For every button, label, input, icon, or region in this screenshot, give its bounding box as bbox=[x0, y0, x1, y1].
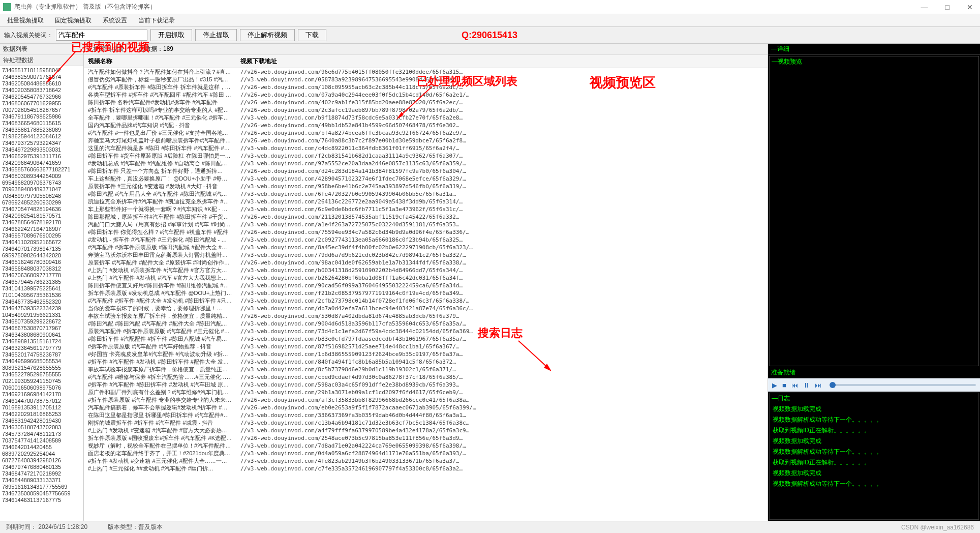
table-row[interactable]: #陈田汽配 #汽车用品大全 #汽车配件 #陈田汽配城 #汽车知识…//v3-we… bbox=[84, 190, 768, 198]
table-row[interactable]: #陈田汽配 #陈田汽配 #汽车配件 #配件大全 #陈田汽配城 - 抖音//v3-… bbox=[84, 320, 768, 328]
list-item[interactable]: 7346791186798625986 bbox=[2, 113, 81, 120]
table-row[interactable]: 原广件和副厂件到底有什么差别？#汽车维修#汽车门机盖汽车…//v3-web.do… bbox=[84, 389, 768, 396]
list-item[interactable]: 7346847472170218992 bbox=[2, 470, 81, 477]
list-item[interactable]: 7346497229893503031 bbox=[2, 146, 81, 153]
list-item[interactable]: 7346898913515161724 bbox=[2, 338, 81, 345]
table-row[interactable]: #汽车配件 #维修与保养 #拆车汽配热管……#三元催化……减震…//v3-web… bbox=[84, 373, 768, 381]
table-row[interactable]: #汽车配件 #拆车件原装原版 #陈田汽配城 #配件大全 #陈田拆…//v3-we… bbox=[84, 244, 768, 251]
list-item[interactable]: 7341041399575225641 bbox=[2, 285, 81, 292]
table-row[interactable]: #汽车配件 #原装拆车件 #陈田拆车件 拆车件就是这样，不管是…//v26-we… bbox=[84, 83, 768, 91]
table-row[interactable]: #拆车件原装原版 #汽车配件 #汽车好物推荐 - 抖音//v3-web.douy… bbox=[84, 343, 768, 350]
list-item[interactable]: 7346803089344254009 bbox=[2, 173, 81, 180]
list-item[interactable]: 7016891353911705112 bbox=[2, 404, 81, 411]
table-row[interactable]: 各类车型拆车件 #拆车件 #汽车配回库 #配件汽车 #陈田 …//v26-web… bbox=[84, 91, 768, 99]
table-row[interactable]: 事故车试验车报废车原厂拆车件，价格便宜，质量纯正，量差无…//v3-web.do… bbox=[84, 366, 768, 373]
table-row[interactable]: #拆车件 #汽车配件 #发动机 #陈田拆车件 #配件大全 发动机…//v3-we… bbox=[84, 358, 768, 366]
table-row[interactable]: 凯迪拉克全系拆车件#汽车配件 #凯迪拉克全系拆车件 #拆车件//v3-web.d… bbox=[84, 198, 768, 205]
prev-icon[interactable]: ⏮ bbox=[791, 381, 798, 389]
minimize-button[interactable]: — bbox=[917, 2, 932, 12]
table-row[interactable]: #拆车件 #汽车配件 #陈田拆车件 #发动机 #汽车田城 原厂…//v3-web… bbox=[84, 381, 768, 389]
col-download-url[interactable]: 视频下载地址 bbox=[236, 55, 768, 68]
table-row[interactable]: #陈田拆车件 #汽配配件 #拆车件 #陈田八配城 #汽车易损件 - 抖音//v3… bbox=[84, 335, 768, 343]
table-row[interactable]: 奔驰宝马沃尔沃本田丰田雷克萨斯原装大灯昏灯机盖叶子板挡…//v3-web.dou… bbox=[84, 251, 768, 259]
menu-fixed-extract[interactable]: 固定视频提取 bbox=[50, 15, 97, 26]
list-item[interactable]: 7346652975391311716 bbox=[2, 153, 81, 160]
list-item[interactable]: 7198625944122084612 bbox=[2, 133, 81, 140]
list-item[interactable]: 7346585760663677182271 bbox=[2, 166, 81, 173]
list-item[interactable]: 6959750982644342020 bbox=[2, 252, 81, 259]
table-row[interactable]: 这里的汽车配件就是多 #陈田 #陈田拆车件 #汽车配件 #汽配 …//v3-we… bbox=[84, 144, 768, 152]
table-row[interactable]: #发动机总成 #汽车配件 #汽配维修 #自动离合 #陈田配城 - 抖音//v3-… bbox=[84, 160, 768, 167]
list-item[interactable]: 7346220291816865253 bbox=[2, 411, 81, 418]
list-item[interactable]: 7346520174758236787 bbox=[2, 351, 81, 358]
table-row[interactable]: 事故车试验车报废车原厂拆车件，价格便宜，质量纯精正，量差无…//v26-web.… bbox=[84, 312, 768, 320]
list-item[interactable]: 7346305188743702083 bbox=[2, 424, 81, 431]
list-item[interactable]: 6954968209706376743 bbox=[2, 180, 81, 186]
id-list[interactable]: 7346551710115958042734638259007176167473… bbox=[0, 66, 83, 521]
maximize-button[interactable]: □ bbox=[941, 2, 954, 12]
list-item[interactable]: 7346205084486886610 bbox=[2, 80, 81, 87]
table-row[interactable]: 车上这些配件，真没必要换原厂！ @DOU+小助手 #每天一个…//v3-web.… bbox=[84, 175, 768, 183]
list-item[interactable]: 7346467735462552320 bbox=[2, 299, 81, 305]
table-row[interactable]: 全车配件，要哪里拆哪里！#汽车配件 #三元催化 #拆车件 #发动…//v3-we… bbox=[84, 114, 768, 122]
list-item[interactable]: 7346358817885238089 bbox=[2, 127, 81, 133]
list-item[interactable]: 7342098254181570571 bbox=[2, 213, 81, 219]
list-item[interactable]: 7346793725793224347 bbox=[2, 140, 81, 146]
list-item[interactable]: 6872764003942980126 bbox=[2, 457, 81, 464]
list-item[interactable]: 7346867530870717967 bbox=[2, 325, 81, 332]
list-item[interactable]: 7346788564678192178 bbox=[2, 219, 81, 226]
table-row[interactable]: 拆车件原装原版 #国收报废车#拆车件 #汽车配件 #K选配件 将来…//v26-… bbox=[84, 434, 768, 442]
table-row[interactable]: #拆车件原装原版 #汽车配件 专业的事交给专业的人未来更幸福…//v26-web… bbox=[84, 396, 768, 404]
play-icon[interactable]: ▶ bbox=[772, 381, 777, 389]
list-item[interactable]: 7346706368097717778 bbox=[2, 272, 81, 279]
table-row[interactable]: 奔驰宝马大灯尾灯机盖叶子板前嘴原装拆车件#汽车配件 #陈田拆…//v26-web… bbox=[84, 137, 768, 144]
table-row[interactable]: 视妙厅（解时，视较全车配件在已摆单位！#汽车件配件#汽车…//v3-web.do… bbox=[84, 442, 768, 450]
list-item[interactable]: 1045499291956621331 bbox=[2, 312, 81, 318]
table-row[interactable]: 陈田那配城，原装拆车件#汽车配件 #陈田拆车件 #干货分享 …//v26-web… bbox=[84, 213, 768, 221]
table-row[interactable]: 在陈田这里都是指哪里 拆哪里#陈田拆车件 #汽车配件#哪怕一条线…//v3-we… bbox=[84, 411, 768, 419]
close-button[interactable]: ✕ bbox=[963, 2, 977, 12]
list-item[interactable]: 7346806067701629955 bbox=[2, 100, 81, 107]
list-item[interactable]: 7346568488037038312 bbox=[2, 265, 81, 272]
list-item[interactable]: 68397202925254044 bbox=[2, 451, 81, 457]
pause-icon[interactable]: ⏸ bbox=[803, 381, 810, 389]
table-row[interactable]: 假冒伪劣汽车配件，标签一贴秒变原厂出品！#315 #汽车配件 #…//v3-we… bbox=[84, 76, 768, 83]
menu-batch-extract[interactable]: 批量视频提取 bbox=[2, 15, 49, 26]
list-item[interactable]: 7346516246780309416 bbox=[2, 259, 81, 265]
seek-slider[interactable] bbox=[830, 384, 976, 386]
list-item[interactable]: 7060016506098975076 bbox=[2, 384, 81, 391]
table-row[interactable]: 拆车件原装原版 #发动机总成 #汽车配件 @DOU+上热门 - 抖音//v3-w… bbox=[84, 289, 768, 297]
list-item[interactable]: 7346323645611797779 bbox=[2, 345, 81, 351]
list-item[interactable]: 7007028054518287657 bbox=[2, 107, 81, 113]
col-video-name[interactable]: 视频名称 bbox=[84, 55, 236, 68]
download-button[interactable]: 下载 bbox=[298, 29, 326, 41]
list-item[interactable]: 7346343808680900641 bbox=[2, 332, 81, 338]
list-item[interactable]: 7101043956735361536 bbox=[2, 292, 81, 299]
list-item[interactable]: 7346020358083718642 bbox=[2, 87, 81, 94]
list-item[interactable]: 7346836654680115615 bbox=[2, 120, 81, 127]
list-item[interactable]: 7346475393522334239 bbox=[2, 305, 81, 312]
table-row[interactable]: 刚拆的城震拆车件 #拆车件 #汽车配件 #减震 - 抖音//v3-web.dou… bbox=[84, 419, 768, 427]
table-row[interactable]: #陈田拆车件 #货车件原装原版 #后险杠 在陈田哪怕是一根线…//v3-web.… bbox=[84, 152, 768, 160]
keyword-input[interactable] bbox=[56, 29, 147, 41]
list-item[interactable]: 6786924852260930299 bbox=[2, 199, 81, 206]
table-row[interactable]: 陈田拆车件 各种汽车配件#发动机#拆车件 #汽车配件//v26-web.douy… bbox=[84, 99, 768, 106]
list-item[interactable]: 7346807359299228672 bbox=[2, 318, 81, 325]
table-row[interactable]: #好国苗 卡亮魂皮发皇革#汽车配件 #汽动波动升级 #拆车件…//v3-web.… bbox=[84, 350, 768, 358]
table-row[interactable]: #汽车配件 #拆车件 #配件大全 #发动机 #陈田拆车件 #只需要1…//v3-… bbox=[84, 297, 768, 305]
next-icon[interactable]: ⏭ bbox=[815, 381, 821, 389]
list-item[interactable]: 789516161343177755569 bbox=[2, 484, 81, 490]
list-item[interactable]: 7346144631137167775 bbox=[2, 497, 81, 504]
list-item[interactable]: 7346797476880480135 bbox=[2, 464, 81, 470]
list-item[interactable]: 7346579445786231385 bbox=[2, 279, 81, 285]
list-item[interactable]: 7346642014420455 bbox=[2, 444, 81, 451]
list-item[interactable]: 7346844889033133371 bbox=[2, 477, 81, 484]
list-item[interactable]: 7346522795296755555 bbox=[2, 371, 81, 378]
table-row[interactable]: #陈田拆车件 只差一个方向盘 拆车件好野，通通拆掉…//v26-web.douy… bbox=[84, 167, 768, 175]
table-row[interactable]: 车上那些部件好一个就得换一套啊？#汽车知识 #K配 - 抖音//v3-web.d… bbox=[84, 205, 768, 213]
table-row[interactable]: #陈田拆车件 你觉得怎么样？#汽车配件 #机盖车件 #配件//v26-web.d… bbox=[84, 228, 768, 236]
list-item[interactable]: 3089521547628655555 bbox=[2, 365, 81, 371]
list-item[interactable]: 7346407017398947135 bbox=[2, 246, 81, 252]
list-item[interactable]: 7346551710115958042 bbox=[2, 67, 81, 74]
table-row[interactable]: 汽配门口大赚入局（用真有妙招 #军事计划 #汽车 #时尚汽车 - 抖…//v3-… bbox=[84, 221, 768, 228]
